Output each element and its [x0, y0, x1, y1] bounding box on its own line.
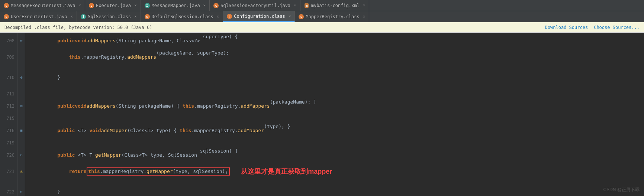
decompiled-info-text: Decompiled .class file, bytecode version…	[4, 25, 152, 30]
info-bar: Decompiled .class file, bytecode version…	[0, 22, 644, 33]
fold-icon-722[interactable]: ⊖	[20, 188, 22, 196]
line-content-721: return this.mapperRegistry.getMapper(typ…	[25, 163, 644, 180]
tab-MapperRegistry[interactable]: c MapperRegistry.class ×	[295, 11, 369, 22]
tab-DefaultSqlSession[interactable]: c DefaultSqlSession.class ×	[141, 11, 223, 22]
tab-bar-row2: c UserExecuterTest.java × I SqlSession.c…	[0, 11, 644, 22]
line-content-722: }	[25, 180, 644, 196]
tab-close-4[interactable]: ×	[294, 3, 296, 8]
tab-label-4: SqlSessionFactoryUtil.java	[220, 3, 290, 8]
tab-label-1: MessageExecuterTest.java	[11, 3, 75, 8]
code-line-710: 710 ⊖ }	[0, 65, 644, 90]
code-line-716: 716 ⊞ public <T> void addMapper(Class<T>…	[0, 122, 644, 139]
tab-bar-row1: c MessageExecuterTest.java × c Executer.…	[0, 0, 644, 11]
code-line-722: 722 ⊖ }	[0, 180, 644, 196]
code-line-720: 720 ⊖ public <T> T getMapper(Class<T> ty…	[0, 147, 644, 163]
tab-MessageExecuterTest[interactable]: c MessageExecuterTest.java ×	[0, 0, 85, 11]
annotation-text: 从这里才是真正获取到mapper	[241, 167, 332, 176]
line-num-720: 720	[0, 147, 18, 163]
tab-mybatis-config[interactable]: m mybatis-config.xml ×	[300, 0, 370, 11]
tab-UserExecuterTest[interactable]: c UserExecuterTest.java ×	[0, 11, 77, 22]
line-num-711: 711	[0, 90, 18, 98]
tab-close-2[interactable]: ×	[134, 3, 137, 8]
line-content-719	[25, 139, 644, 147]
gutter-715	[18, 114, 25, 122]
line-num-710: 710	[0, 65, 18, 90]
tab-close-7[interactable]: ×	[134, 14, 137, 19]
gutter-711	[18, 90, 25, 98]
fold-icon-720[interactable]: ⊖	[20, 151, 22, 159]
tab-icon-8: c	[145, 14, 150, 19]
code-line-712: 712 ⊞ public void addMappers(String pack…	[0, 98, 644, 114]
info-bar-links: Download Sources Choose Sources...	[545, 25, 640, 30]
gutter-721: ⚠	[18, 163, 25, 180]
tab-close-1[interactable]: ×	[78, 3, 81, 8]
line-num-716: 716	[0, 122, 18, 139]
tab-Configuration[interactable]: c Configuration.class ×	[223, 11, 295, 22]
tab-label-7: SqlSession.class	[88, 14, 131, 19]
code-line-709: 709 this.mapperRegistry.addMappers(packa…	[0, 49, 644, 65]
line-num-721: 721	[0, 163, 18, 180]
line-content-710: }	[25, 65, 644, 90]
tab-label-8: DefaultSqlSession.class	[152, 14, 213, 19]
tab-icon-2: c	[89, 3, 94, 8]
tab-icon-4: c	[213, 3, 219, 8]
tab-close-3[interactable]: ×	[203, 3, 206, 8]
line-num-709: 709	[0, 49, 18, 65]
download-sources-link[interactable]: Download Sources	[545, 25, 588, 30]
code-line-715: 715	[0, 114, 644, 122]
tab-close-8[interactable]: ×	[217, 14, 219, 19]
code-line-719: 719	[0, 139, 644, 147]
tab-close-9[interactable]: ×	[289, 14, 291, 19]
tab-icon-10: c	[299, 14, 304, 19]
line-num-708: 708	[0, 33, 18, 49]
line-num-719: 719	[0, 139, 18, 147]
fold-icon-710[interactable]: ⊖	[20, 74, 22, 82]
gutter-719	[18, 139, 25, 147]
fold-icon-712[interactable]: ⊞	[20, 102, 22, 110]
tab-Executer[interactable]: c Executer.java ×	[85, 0, 141, 11]
tab-icon-7: I	[81, 14, 86, 19]
line-num-712: 712	[0, 98, 18, 114]
fold-icon-708[interactable]: ⊖	[20, 37, 22, 45]
gutter-709	[18, 49, 25, 65]
gutter-710: ⊖	[18, 65, 25, 90]
tab-SqlSessionFactoryUtil[interactable]: c SqlSessionFactoryUtil.java ×	[210, 0, 300, 11]
code-line-711: 711	[0, 90, 644, 98]
gutter-712: ⊞	[18, 98, 25, 114]
tab-label-3: MessageMapper.java	[152, 3, 200, 8]
tab-icon-6: c	[4, 14, 9, 19]
line-content-709: this.mapperRegistry.addMappers(packageNa…	[25, 49, 644, 65]
tab-label-6: UserExecuterTest.java	[11, 14, 67, 19]
tab-label-9: Configuration.class	[234, 14, 285, 19]
tab-icon-1: c	[4, 3, 9, 8]
tab-label-2: Executer.java	[96, 3, 131, 8]
line-content-711	[25, 90, 644, 98]
choose-sources-link[interactable]: Choose Sources...	[594, 25, 640, 30]
line-num-715: 715	[0, 114, 18, 122]
gutter-720: ⊖	[18, 147, 25, 163]
line-content-712: public void addMappers(String packageNam…	[25, 98, 644, 114]
code-line-708: 708 ⊖ public void addMappers(String pack…	[0, 33, 644, 49]
tab-icon-5: m	[304, 3, 309, 8]
tab-close-5[interactable]: ×	[363, 3, 366, 8]
tab-close-10[interactable]: ×	[363, 14, 366, 19]
gutter-722: ⊖	[18, 180, 25, 196]
tab-label-10: MapperRegistry.class	[306, 14, 360, 19]
tab-MessageMapper[interactable]: I MessageMapper.java ×	[141, 0, 210, 11]
line-content-716: public <T> void addMapper(Class<T> type)…	[25, 122, 644, 139]
tab-close-6[interactable]: ×	[71, 14, 73, 19]
fold-icon-716[interactable]: ⊞	[20, 127, 22, 135]
line-content-720: public <T> T getMapper(Class<T> type, Sq…	[25, 147, 644, 163]
tab-icon-9: c	[227, 14, 232, 19]
tab-SqlSession[interactable]: I SqlSession.class ×	[77, 11, 141, 22]
warning-icon-721: ⚠	[20, 167, 23, 176]
tab-label-5: mybatis-config.xml	[311, 3, 360, 8]
watermark-text: CSDN @正男不乖	[603, 187, 640, 193]
tab-icon-3: I	[145, 3, 150, 8]
line-num-722: 722	[0, 180, 18, 196]
code-line-721: 721 ⚠ return this.mapperRegistry.getMapp…	[0, 163, 644, 180]
code-editor: 708 ⊖ public void addMappers(String pack…	[0, 33, 644, 196]
line-content-715	[25, 114, 644, 122]
gutter-708: ⊖	[18, 33, 25, 49]
line-content-708: public void addMappers(String packageNam…	[25, 33, 644, 49]
